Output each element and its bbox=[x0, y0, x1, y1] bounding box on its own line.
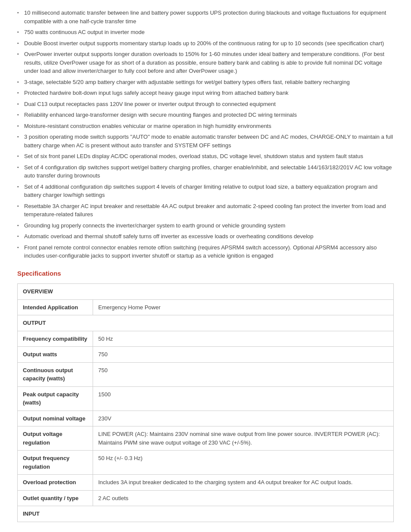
list-item: Moisture-resistant construction enables … bbox=[17, 122, 394, 131]
row-label: Output frequency regulation bbox=[18, 451, 93, 475]
list-item: Protected hardwire bolt-down input lugs … bbox=[17, 89, 394, 97]
row-label: Continuous output capacity (watts) bbox=[18, 362, 93, 386]
specs-table: OVERVIEWIntended ApplicationEmergency Ho… bbox=[17, 283, 394, 522]
row-label: Frequency compatibility bbox=[18, 331, 93, 347]
list-item: 10 millisecond automatic transfer betwee… bbox=[17, 9, 394, 25]
list-item: 3-stage, selectable 5/20 amp battery cha… bbox=[17, 78, 394, 87]
table-row: Continuous output capacity (watts)750 bbox=[18, 362, 394, 386]
list-item: Automatic overload and thermal shutoff s… bbox=[17, 232, 394, 241]
row-label: Intended Application bbox=[18, 299, 93, 315]
list-item: Set of 4 additional configuration dip sw… bbox=[17, 183, 394, 199]
row-value: 50 Hz (+/- 0.3 Hz) bbox=[93, 451, 394, 475]
row-value: 50 Hz bbox=[93, 331, 394, 347]
list-item: 3 position operating mode switch support… bbox=[17, 133, 394, 149]
table-row: Output watts750 bbox=[18, 347, 394, 363]
overview-header-cell: OVERVIEW bbox=[18, 284, 394, 300]
list-item: Set of 4 configuration dip switches supp… bbox=[17, 163, 394, 180]
table-row: Frequency compatibility50 Hz bbox=[18, 331, 394, 347]
row-label: Output voltage regulation bbox=[18, 426, 93, 451]
row-value: 230V bbox=[93, 411, 394, 426]
table-row: Peak output capacity (watts)1500 bbox=[18, 386, 394, 411]
table-row: Output frequency regulation50 Hz (+/- 0.… bbox=[18, 451, 394, 475]
list-item: Reliability enhanced large-transformer d… bbox=[17, 111, 394, 119]
row-label: Overload protection bbox=[18, 475, 93, 491]
list-item: Grounding lug properly connects the inve… bbox=[17, 221, 394, 230]
row-label: Output nominal voltage bbox=[18, 411, 93, 426]
list-item: Dual C13 output receptacles pass 120V li… bbox=[17, 100, 394, 109]
section-title: Specifications bbox=[17, 269, 394, 279]
table-row: Output nominal voltage230V bbox=[18, 411, 394, 426]
row-value: Emergency Home Power bbox=[93, 299, 394, 315]
input-header-row: INPUT bbox=[18, 506, 394, 522]
row-value: 750 bbox=[93, 362, 394, 386]
row-label: Peak output capacity (watts) bbox=[18, 386, 93, 411]
table-row: Outlet quantity / type2 AC outlets bbox=[18, 490, 394, 506]
row-value: 750 bbox=[93, 347, 394, 363]
table-row: Intended ApplicationEmergency Home Power bbox=[18, 299, 394, 315]
list-item: 750 watts continuous AC output in invert… bbox=[17, 28, 394, 37]
output-header-row: OUTPUT bbox=[18, 315, 394, 331]
overview-header-row: OVERVIEW bbox=[18, 284, 394, 300]
row-value: Includes 3A input breaker dedicated to t… bbox=[93, 475, 394, 491]
output-header-cell: OUTPUT bbox=[18, 315, 394, 331]
row-value: 1500 bbox=[93, 386, 394, 411]
list-item: Set of six front panel LEDs display AC/D… bbox=[17, 152, 394, 161]
table-row: Overload protectionIncludes 3A input bre… bbox=[18, 475, 394, 491]
row-value: 2 AC outlets bbox=[93, 490, 394, 506]
row-value: LINE POWER (AC): Maintains 230V nominal … bbox=[93, 426, 394, 451]
list-item: Double Boost inverter output supports mo… bbox=[17, 39, 394, 48]
list-item: OverPower inverter output supports longe… bbox=[17, 50, 394, 75]
list-item: Front panel remote control connector ena… bbox=[17, 243, 394, 260]
list-item: Resettable 3A charger AC input breaker a… bbox=[17, 202, 394, 219]
row-label: Output watts bbox=[18, 347, 93, 363]
input-header-cell: INPUT bbox=[18, 506, 394, 522]
table-row: Output voltage regulationLINE POWER (AC)… bbox=[18, 426, 394, 451]
row-label: Outlet quantity / type bbox=[18, 490, 93, 506]
feature-list: 10 millisecond automatic transfer betwee… bbox=[17, 9, 394, 260]
